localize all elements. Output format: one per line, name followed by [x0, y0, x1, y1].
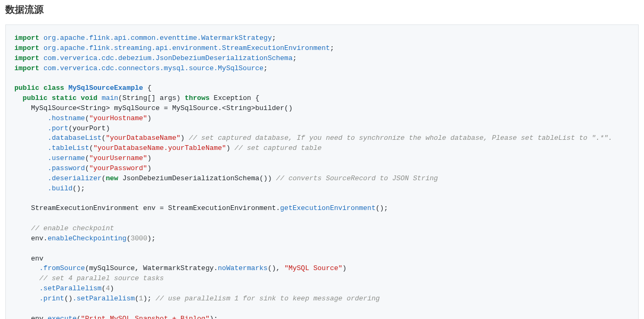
str: "Print MySQL Snapshot + Binlog": [81, 315, 210, 319]
exec-pre: env.: [31, 315, 47, 319]
decl-prefix: MySqlSource<String> mySqlSource = MySqlS…: [31, 104, 292, 112]
env-get: getExecutionEnvironment: [280, 204, 375, 212]
kw-class: class: [44, 84, 64, 92]
method: .print: [39, 295, 64, 303]
import-path: com.ververica.cdc.debezium.JsonDebeziumD…: [44, 54, 293, 62]
chain-method: .databaseList: [47, 134, 101, 142]
code-block: import org.apache.flink.api.common.event…: [5, 24, 639, 319]
kw-public: public: [14, 84, 39, 92]
str: "yourDatabaseName.yourTableName": [93, 144, 226, 152]
num: 1: [139, 295, 143, 303]
str: "yourPassword": [89, 164, 147, 172]
num: 4: [106, 284, 110, 292]
import-path: com.ververica.cdc.connectors.mysql.sourc…: [44, 64, 263, 72]
main-args: (String[] args): [118, 94, 180, 102]
method: .setParallelism: [72, 295, 135, 303]
comment: // converts SourceRecord to JSON String: [276, 174, 438, 182]
kw-static: static: [52, 94, 77, 102]
kw-import: import: [14, 64, 39, 72]
method: noWatermarks: [218, 264, 268, 272]
kw-new: new: [106, 174, 118, 182]
env-tail: ();: [376, 204, 388, 212]
chain-method: .deserializer: [47, 174, 101, 182]
method: execute: [47, 315, 77, 319]
comment: // enable checkpoint: [31, 224, 114, 232]
section-heading: 数据流源: [5, 0, 639, 16]
env-decl-pre: StreamExecutionEnvironment env = StreamE…: [31, 204, 280, 212]
chain-method: .password: [47, 164, 85, 172]
num: 3000: [130, 234, 147, 242]
method: .setParallelism: [39, 284, 102, 292]
comment: // set 4 parallel source tasks: [39, 274, 164, 282]
comment: // set captured database, If you need to…: [189, 134, 613, 142]
chain-method: .build: [47, 184, 72, 192]
kw-throws: throws: [185, 94, 210, 102]
env-pre: env.: [31, 234, 47, 242]
method: enableCheckpointing: [47, 234, 126, 242]
exception-type: Exception: [214, 94, 251, 102]
chain-method: .username: [47, 154, 85, 162]
class-name: MySqlSourceExample: [68, 84, 143, 92]
kw-import: import: [14, 34, 39, 42]
args-pre: (mySqlSource, WatermarkStrategy.: [85, 264, 218, 272]
method-main: main: [102, 94, 118, 102]
import-path: org.apache.flink.api.common.eventtime.Wa…: [44, 34, 272, 42]
kw-public: public: [23, 94, 48, 102]
comment: // use parallelism 1 for sink to keep me…: [155, 295, 379, 303]
import-path: org.apache.flink.streaming.api.environme…: [44, 44, 330, 52]
kw-void: void: [81, 94, 97, 102]
kw-import: import: [14, 44, 39, 52]
str: "yourDatabaseName": [106, 134, 180, 142]
ctor: JsonDebeziumDeserializationSchema(): [122, 174, 268, 182]
kw-import: import: [14, 54, 39, 62]
args-mid: (),: [268, 264, 284, 272]
env-var: env: [31, 255, 43, 263]
chain-method: .tableList: [47, 144, 89, 152]
str: "yourUsername": [89, 154, 147, 162]
str: "MySQL Source": [284, 264, 342, 272]
str: "yourHostname": [89, 114, 147, 122]
comment: // set captured table: [235, 144, 322, 152]
chain-method: .port: [47, 124, 68, 132]
build-tail: ();: [72, 184, 85, 192]
method: .fromSource: [39, 264, 85, 272]
chain-method: .hostname: [47, 114, 85, 122]
port-arg: (yourPort): [68, 124, 110, 132]
